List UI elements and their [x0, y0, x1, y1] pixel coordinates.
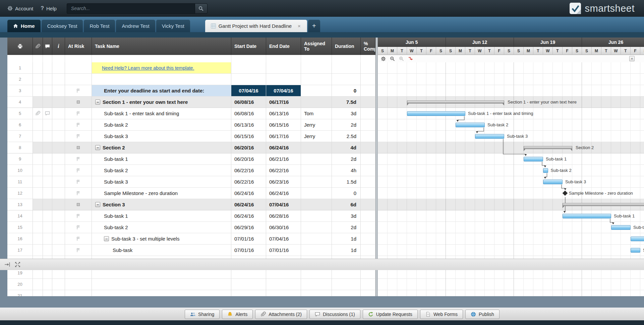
cell-dur[interactable]: 0 — [332, 188, 361, 199]
cell-num[interactable]: 16 — [7, 233, 33, 245]
cell-info[interactable] — [52, 245, 65, 256]
cell-task[interactable]: Sub-task 2 — [92, 222, 231, 233]
cell-risk[interactable] — [65, 199, 92, 210]
cell-dur[interactable] — [332, 62, 361, 74]
cell-task[interactable]: Sub-task 2 — [92, 165, 231, 176]
cell-asg[interactable]: Jerry — [301, 131, 332, 142]
cell-com[interactable] — [43, 233, 52, 245]
cell-start[interactable]: 06/22/16 — [231, 165, 266, 176]
cell-asg[interactable] — [301, 62, 332, 74]
column-header-num[interactable] — [7, 38, 33, 55]
pane-divider[interactable] — [375, 38, 378, 296]
cell-info[interactable] — [52, 142, 65, 153]
cell-start[interactable] — [231, 290, 266, 296]
cell-info[interactable] — [52, 85, 65, 96]
cell-clip[interactable] — [33, 188, 43, 199]
cell-clip[interactable] — [33, 199, 43, 210]
cell-dur[interactable] — [332, 74, 361, 85]
cell-start[interactable]: 06/22/16 — [231, 176, 266, 188]
cell-num[interactable]: 10 — [7, 165, 33, 176]
cell-asg[interactable] — [301, 210, 332, 222]
cell-asg[interactable]: Tom — [301, 108, 332, 119]
at-risk-checkbox[interactable] — [77, 101, 80, 104]
gantt-task-bar[interactable] — [543, 168, 548, 173]
cell-pct[interactable] — [361, 210, 375, 222]
cell-pct[interactable] — [361, 176, 375, 188]
gantt-task-bar[interactable] — [475, 134, 504, 139]
cell-pct[interactable] — [361, 188, 375, 199]
cell-pct[interactable] — [361, 131, 375, 142]
cell-risk[interactable] — [65, 62, 92, 74]
cell-num[interactable]: 5 — [7, 108, 33, 119]
cell-pct[interactable] — [361, 85, 375, 96]
cell-start[interactable]: 06/13/16 — [231, 119, 266, 131]
at-risk-flag-icon[interactable] — [76, 179, 81, 184]
cell-info[interactable] — [52, 165, 65, 176]
cell-risk[interactable] — [65, 176, 92, 188]
cell-dur[interactable]: 2d — [332, 222, 361, 233]
cell-clip[interactable] — [33, 233, 43, 245]
cell-num[interactable]: 4 — [7, 96, 33, 108]
cell-pct[interactable] — [361, 74, 375, 85]
discussions-button[interactable]: Discussions (1) — [309, 310, 360, 319]
cell-risk[interactable] — [65, 85, 92, 96]
cell-end[interactable]: 07/04/16 — [266, 233, 301, 245]
cell-risk[interactable] — [65, 165, 92, 176]
cell-end[interactable]: 06/28/16 — [266, 210, 301, 222]
cell-num[interactable]: 17 — [7, 245, 33, 256]
cell-dur[interactable]: 3d — [332, 108, 361, 119]
cell-com[interactable] — [43, 96, 52, 108]
cell-clip[interactable] — [33, 245, 43, 256]
cell-task[interactable]: Sub-task 1 - enter task and timing — [92, 108, 231, 119]
cell-risk[interactable] — [65, 245, 92, 256]
cell-info[interactable] — [52, 279, 65, 290]
cell-end[interactable] — [266, 290, 301, 296]
cell-risk[interactable] — [65, 290, 92, 296]
tab-close-icon[interactable]: × — [297, 23, 301, 29]
collapse-toggle[interactable]: − — [95, 100, 100, 105]
cell-dur[interactable]: 6d — [332, 199, 361, 210]
cell-clip[interactable] — [33, 210, 43, 222]
cell-clip[interactable] — [33, 96, 43, 108]
column-header-dur[interactable]: Duration — [332, 38, 361, 55]
cell-dur[interactable]: 1d — [332, 245, 361, 256]
comment-bubble-icon[interactable] — [45, 111, 50, 116]
cell-risk[interactable] — [65, 119, 92, 131]
cell-pct[interactable] — [361, 153, 375, 165]
cell-pct[interactable] — [361, 279, 375, 290]
cell-task[interactable]: Sub-task 3 — [92, 176, 231, 188]
attachments-button[interactable]: Attachments (2) — [255, 310, 307, 319]
cell-risk[interactable] — [65, 153, 92, 165]
cell-pct[interactable] — [361, 245, 375, 256]
cell-clip[interactable] — [33, 119, 43, 131]
cell-risk[interactable] — [65, 142, 92, 153]
cell-risk[interactable] — [65, 222, 92, 233]
cell-com[interactable] — [43, 74, 52, 85]
cell-risk[interactable] — [65, 188, 92, 199]
cell-task[interactable]: Sub-task 3 — [92, 131, 231, 142]
gantt-task-bar[interactable] — [631, 248, 640, 253]
cell-end[interactable]: 06/24/16 — [266, 142, 301, 153]
at-risk-flag-icon[interactable] — [76, 236, 81, 241]
column-header-task[interactable]: Task Name — [92, 38, 231, 55]
cell-dur[interactable]: 1d — [332, 233, 361, 245]
cell-info[interactable] — [52, 153, 65, 165]
cell-asg[interactable] — [301, 188, 332, 199]
cell-num[interactable]: 20 — [7, 279, 33, 290]
cell-asg[interactable] — [301, 96, 332, 108]
cell-num[interactable]: 1 — [7, 62, 33, 74]
cell-task[interactable]: Sub-task — [92, 245, 231, 256]
cell-pct[interactable] — [361, 199, 375, 210]
at-risk-flag-icon[interactable] — [76, 191, 81, 196]
cell-pct[interactable] — [361, 165, 375, 176]
cell-end[interactable]: 07/04/16 — [266, 85, 301, 96]
gantt-task-bar[interactable] — [456, 123, 485, 127]
cell-com[interactable] — [43, 210, 52, 222]
cell-risk[interactable] — [65, 108, 92, 119]
gantt-settings-icon[interactable] — [381, 56, 386, 61]
gantt-summary-bar[interactable] — [407, 101, 504, 104]
cell-end[interactable]: 06/13/16 — [266, 108, 301, 119]
cell-dur[interactable]: 3d — [332, 210, 361, 222]
zoom-in-icon[interactable] — [399, 56, 404, 61]
cell-start[interactable]: 06/08/16 — [231, 108, 266, 119]
